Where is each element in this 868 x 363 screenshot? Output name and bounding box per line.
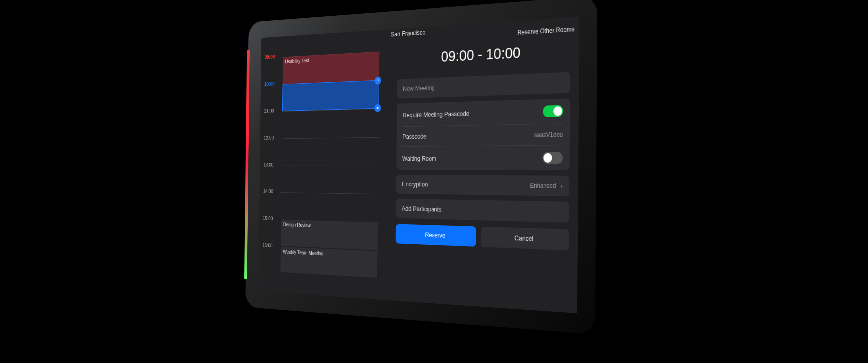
require-passcode-row: Require Meeting Passcode bbox=[397, 98, 570, 126]
hour-label: 16:00 bbox=[262, 242, 278, 249]
waiting-room-label: Waiting Room bbox=[402, 154, 436, 162]
toggle-knob bbox=[553, 106, 562, 116]
hour-label: 15:00 bbox=[263, 215, 278, 221]
waiting-room-toggle[interactable] bbox=[542, 152, 563, 164]
cancel-button[interactable]: Cancel bbox=[481, 227, 569, 251]
security-card: Require Meeting Passcode Passcode saasV1… bbox=[396, 98, 570, 170]
passcode-label: Passcode bbox=[402, 132, 426, 140]
timeline-panel: 09:00 10:00 11:00 12:00 bbox=[258, 41, 390, 300]
topic-card: New Meeting bbox=[397, 72, 570, 98]
room-scheduler-tablet: San Francisco Reserve Other Rooms 09:00 … bbox=[256, 13, 582, 317]
event-usability-test[interactable]: Usability Test bbox=[283, 52, 380, 84]
hour-label: 12:00 bbox=[264, 135, 279, 141]
reserve-button[interactable]: Reserve bbox=[396, 224, 476, 246]
encryption-value-wrap: Enhanced › bbox=[530, 182, 563, 190]
reservation-panel: 09:00 - 10:00 New Meeting Require Meetin… bbox=[388, 29, 580, 313]
hour-row-1400: 14:00 bbox=[263, 192, 385, 223]
timeline[interactable]: 09:00 10:00 11:00 12:00 bbox=[262, 51, 387, 300]
waiting-room-row: Waiting Room bbox=[396, 145, 570, 170]
meeting-topic-placeholder: New Meeting bbox=[403, 84, 434, 92]
event-design-review[interactable]: Design Review bbox=[281, 220, 378, 250]
encryption-card: Encryption Enhanced › bbox=[396, 175, 570, 196]
hour-label: 14:00 bbox=[263, 188, 279, 194]
encryption-row[interactable]: Encryption Enhanced › bbox=[396, 175, 570, 196]
add-participants-label: Add Participants bbox=[402, 205, 442, 213]
participants-card: Add Participants bbox=[396, 199, 569, 223]
toggle-knob bbox=[543, 153, 552, 163]
passcode-row[interactable]: Passcode saasV1deo bbox=[397, 124, 570, 146]
passcode-value: saasV1deo bbox=[534, 131, 563, 139]
hour-label: 13:00 bbox=[263, 162, 279, 167]
event-title: Design Review bbox=[283, 221, 311, 228]
require-passcode-toggle[interactable] bbox=[543, 105, 563, 118]
hour-row-1200: 12:00 bbox=[263, 137, 386, 166]
event-title: Weekly Team Meeting bbox=[283, 249, 323, 256]
hour-line bbox=[282, 166, 380, 166]
selected-time-heading: 09:00 - 10:00 bbox=[397, 37, 570, 74]
hour-label: 09:00 bbox=[265, 53, 280, 60]
hour-row-1300: 13:00 bbox=[263, 166, 386, 194]
add-participants-row[interactable]: Add Participants bbox=[396, 199, 569, 223]
action-buttons: Reserve Cancel bbox=[396, 224, 569, 250]
encryption-label: Encryption bbox=[402, 181, 428, 188]
chevron-right-icon: › bbox=[561, 182, 563, 190]
screen: San Francisco Reserve Other Rooms 09:00 … bbox=[258, 16, 579, 313]
meeting-topic-input[interactable]: New Meeting bbox=[397, 72, 570, 98]
hour-row-1100: 11:00 bbox=[264, 108, 386, 139]
hour-label: 10:00 bbox=[264, 81, 280, 87]
event-title: Usability Test bbox=[285, 57, 309, 64]
hour-label: 11:00 bbox=[264, 108, 280, 114]
selected-time-slot[interactable]: = = bbox=[282, 80, 379, 111]
encryption-value: Enhanced bbox=[530, 182, 556, 190]
